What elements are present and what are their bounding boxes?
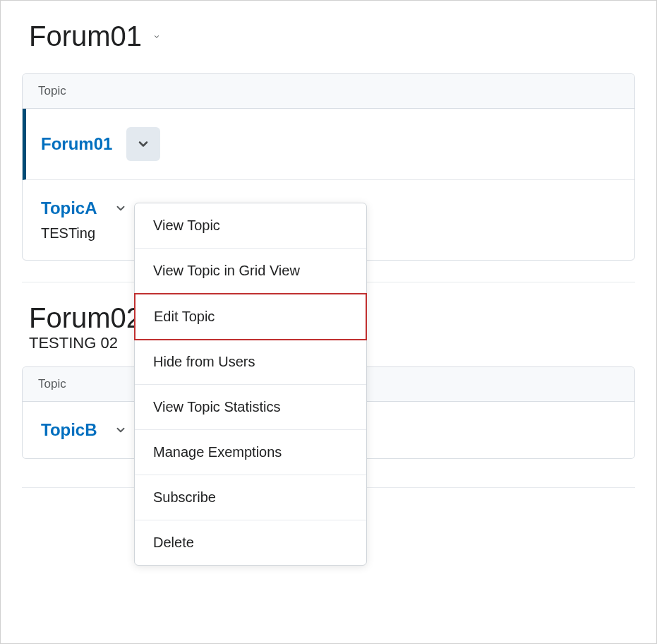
- page-container: Forum01 Topic Forum01 TopicA: [1, 1, 656, 488]
- table-row: Forum01: [23, 109, 634, 180]
- topic-actions-dropdown-toggle[interactable]: [113, 422, 128, 438]
- forum-title: Forum02: [29, 302, 142, 333]
- menu-item-subscribe[interactable]: Subscribe: [135, 475, 366, 520]
- forum-title: Forum01: [29, 20, 142, 52]
- menu-item-manage-exemptions[interactable]: Manage Exemptions: [135, 430, 366, 475]
- topic-actions-dropdown-toggle[interactable]: [113, 201, 128, 216]
- chevron-down-icon: [136, 137, 150, 151]
- menu-item-view-topic[interactable]: View Topic: [135, 203, 366, 249]
- menu-item-view-topic-grid[interactable]: View Topic in Grid View: [135, 249, 366, 294]
- chevron-down-icon: [114, 202, 127, 215]
- menu-item-delete[interactable]: Delete: [135, 520, 366, 565]
- topic-actions-dropdown-menu: View Topic View Topic in Grid View Edit …: [134, 203, 367, 566]
- menu-item-hide-from-users[interactable]: Hide from Users: [135, 340, 366, 385]
- topic-row-content: Forum01: [41, 127, 619, 161]
- topic-link-topicb[interactable]: TopicB: [41, 420, 97, 440]
- topic-link-forum01[interactable]: Forum01: [41, 134, 112, 154]
- forum-actions-dropdown-toggle[interactable]: [150, 30, 163, 43]
- topic-table-header: Topic: [23, 74, 634, 109]
- topic-actions-dropdown-toggle[interactable]: [126, 127, 160, 161]
- chevron-down-icon: [114, 424, 127, 436]
- forum-header: Forum01: [1, 8, 656, 73]
- topic-link-topica[interactable]: TopicA: [41, 198, 97, 218]
- menu-item-edit-topic[interactable]: Edit Topic: [134, 293, 367, 340]
- chevron-down-icon: [153, 30, 160, 43]
- menu-item-view-statistics[interactable]: View Topic Statistics: [135, 385, 366, 430]
